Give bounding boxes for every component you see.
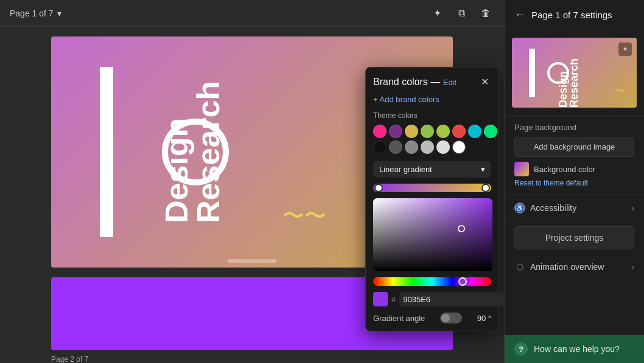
slide-scrollbar[interactable] xyxy=(228,259,276,263)
hex-input[interactable] xyxy=(399,292,504,306)
magic-icon[interactable]: ✦ xyxy=(429,5,446,22)
color-canvas[interactable] xyxy=(373,198,492,271)
add-background-image-button[interactable]: Add background image xyxy=(514,137,634,157)
gradient-angle-label: Gradient angle xyxy=(373,314,425,323)
background-color-label: Background color xyxy=(534,165,595,174)
swatch-pink[interactable] xyxy=(373,125,387,138)
brand-colors-label: Brand colors — Edit xyxy=(373,77,457,88)
help-text: How can we help you? xyxy=(534,344,620,354)
gradient-handle-right[interactable] xyxy=(481,184,490,192)
page-indicator[interactable]: Page 1 of 7 ▾ xyxy=(10,9,61,18)
page-background-section: Page background Add background image Bac… xyxy=(505,116,644,195)
swatch-white[interactable] xyxy=(452,140,466,154)
toggle-knob xyxy=(441,314,450,322)
thumb-wave-icon: 〜 xyxy=(616,86,625,97)
left-panel: Page 1 of 7 ▾ ✦ ⧉ 🗑 DesignResearch 〜〜 xyxy=(0,0,504,363)
swatch-green1[interactable] xyxy=(421,125,434,138)
accessibility-icon: ♿ xyxy=(514,202,525,213)
slide-design-text: DesignResearch xyxy=(161,81,224,223)
right-panel: ← Page 1 of 7 settings Design Research 〜… xyxy=(504,0,644,363)
copy-icon[interactable]: ⧉ xyxy=(453,5,470,22)
page-background-title: Page background xyxy=(514,123,634,132)
swatch-black[interactable] xyxy=(373,140,387,154)
page-indicator-text: Page 1 of 7 xyxy=(10,9,54,18)
swatch-lighter-gray[interactable] xyxy=(436,140,450,154)
gradient-track[interactable] xyxy=(373,184,491,192)
project-settings-button[interactable]: Project settings xyxy=(514,226,634,249)
reset-theme-link[interactable]: Reset to theme default xyxy=(514,179,634,187)
help-bar[interactable]: ? How can we help you? xyxy=(505,335,644,363)
canvas-handle[interactable] xyxy=(458,225,465,232)
slide-white-bar xyxy=(100,67,113,237)
background-color-swatch[interactable] xyxy=(514,162,529,176)
swatch-red[interactable] xyxy=(452,125,466,138)
swatch-light-gray[interactable] xyxy=(421,140,434,154)
gradient-angle-toggle[interactable] xyxy=(440,313,462,323)
animation-chevron-icon: › xyxy=(631,262,634,272)
theme-colors-label: Theme colors xyxy=(373,111,491,120)
hex-color-swatch[interactable] xyxy=(373,292,388,306)
hex-row: # 🗑 xyxy=(373,292,491,306)
anim-left: ⬡ Animation overview xyxy=(514,261,604,272)
color-swatches-grid xyxy=(373,125,491,154)
animation-icon: ⬡ xyxy=(514,261,525,272)
animation-overview-label: Animation overview xyxy=(530,262,604,272)
back-arrow-icon[interactable]: ← xyxy=(514,9,525,21)
help-icon: ? xyxy=(514,342,528,356)
close-button[interactable]: ✕ xyxy=(478,75,491,89)
gradient-handle-left[interactable] xyxy=(374,184,383,192)
slide-2-label: Page 2 of 7 xyxy=(51,355,88,363)
slide-text-block: DesignResearch xyxy=(161,81,224,223)
color-picker-popup: Brand colors — Edit ✕ + Add brand colors… xyxy=(365,67,499,331)
animation-overview-row[interactable]: ⬡ Animation overview › xyxy=(505,254,644,280)
gradient-type-selector[interactable]: Linear gradient ▾ xyxy=(373,161,491,178)
gradient-angle-row: Gradient angle 90 ° xyxy=(373,313,491,323)
slide-wave-icon: 〜〜 xyxy=(282,201,326,231)
page-thumbnail[interactable]: Design Research 〜 ✦ xyxy=(512,38,637,108)
dropdown-arrow-icon: ▾ xyxy=(57,9,61,18)
swatch-purple[interactable] xyxy=(389,125,402,138)
swatch-mid-gray[interactable] xyxy=(405,140,418,154)
accessibility-row[interactable]: ♿ Accessibility › xyxy=(505,195,644,221)
hue-handle[interactable] xyxy=(458,277,467,286)
chevron-down-icon: ▾ xyxy=(481,165,485,174)
thumb-bar xyxy=(529,49,535,97)
accessibility-label: Accessibility xyxy=(530,203,576,213)
right-panel-header: ← Page 1 of 7 settings xyxy=(505,0,644,30)
accessibility-chevron-icon: › xyxy=(631,203,634,213)
edit-link[interactable]: Edit xyxy=(443,78,457,87)
magic-wand-button[interactable]: ✦ xyxy=(618,43,632,56)
swatch-dark-gray[interactable] xyxy=(389,140,402,154)
acc-left: ♿ Accessibility xyxy=(514,202,576,213)
popup-header: Brand colors — Edit ✕ xyxy=(373,75,491,89)
swatch-yellow[interactable] xyxy=(405,125,418,138)
top-bar-icons: ✦ ⧉ 🗑 xyxy=(429,5,494,22)
swatch-bright-green[interactable] xyxy=(484,125,497,138)
gradient-angle-value: 90 ° xyxy=(477,314,491,323)
page-preview-area: Design Research 〜 ✦ xyxy=(505,30,644,116)
swatch-green2[interactable] xyxy=(436,125,450,138)
top-bar: Page 1 of 7 ▾ ✦ ⧉ 🗑 xyxy=(0,0,504,27)
trash-icon[interactable]: 🗑 xyxy=(477,5,494,22)
add-brand-colors-button[interactable]: + Add brand colors xyxy=(373,95,491,104)
thumb-text: Design Research xyxy=(558,45,579,108)
swatch-cyan[interactable] xyxy=(468,125,481,138)
bg-color-row: Background color xyxy=(514,162,634,176)
hue-track[interactable] xyxy=(373,277,491,286)
right-panel-title: Page 1 of 7 settings xyxy=(531,10,612,20)
hex-symbol: # xyxy=(391,295,396,304)
